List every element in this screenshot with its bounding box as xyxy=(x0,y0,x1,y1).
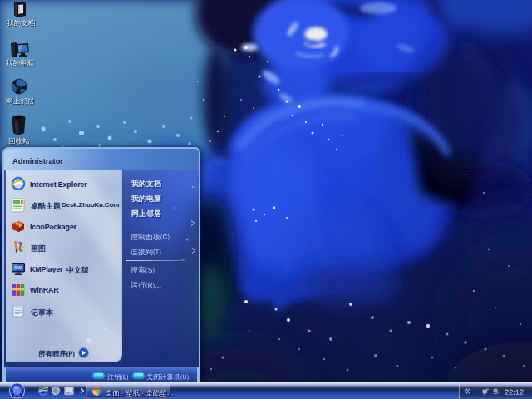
svg-text:KM: KM xyxy=(15,265,22,270)
